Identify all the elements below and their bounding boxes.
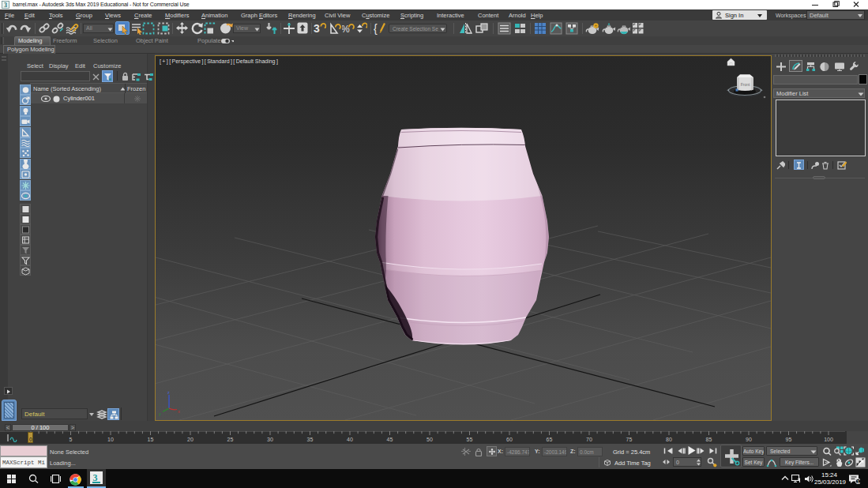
svg-text:z: z xyxy=(167,390,170,395)
svg-text:y: y xyxy=(159,411,161,416)
svg-text:60: 60 xyxy=(506,437,513,442)
svg-text:{: { xyxy=(374,22,378,35)
svg-text:45: 45 xyxy=(387,437,393,442)
svg-text:65: 65 xyxy=(547,437,553,442)
svg-text:75: 75 xyxy=(626,437,633,442)
svg-text:20: 20 xyxy=(187,437,194,442)
svg-text:90: 90 xyxy=(746,437,752,442)
svg-text:85: 85 xyxy=(706,437,712,442)
svg-text:55: 55 xyxy=(467,437,473,442)
svg-text:Front: Front xyxy=(741,82,750,87)
svg-text:5: 5 xyxy=(70,437,73,442)
svg-text:x: x xyxy=(178,409,180,414)
svg-text:80: 80 xyxy=(666,437,672,442)
svg-text:30: 30 xyxy=(267,437,273,442)
svg-text:25: 25 xyxy=(227,437,234,442)
svg-text:3: 3 xyxy=(4,2,7,9)
svg-text:95: 95 xyxy=(786,437,792,442)
svg-text:70: 70 xyxy=(586,437,592,442)
svg-text:100: 100 xyxy=(824,437,833,442)
svg-text:40: 40 xyxy=(347,437,353,442)
svg-text:15: 15 xyxy=(148,437,154,442)
svg-text:50: 50 xyxy=(426,437,433,442)
svg-text:10: 10 xyxy=(107,437,114,442)
svg-text:35: 35 xyxy=(307,437,314,442)
svg-text:3: 3 xyxy=(314,22,320,35)
